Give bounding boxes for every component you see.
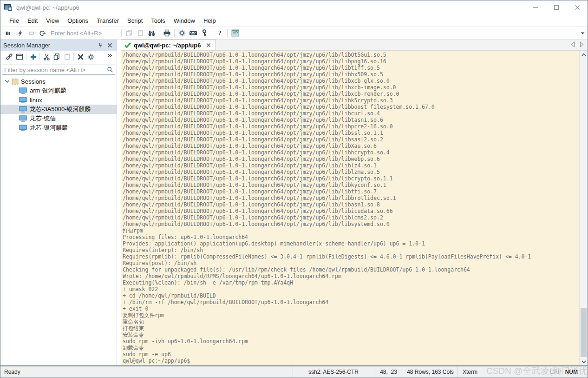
panel-splitter[interactable] [117,40,121,365]
terminal-line: /home/qwl/rpmbuild/BUILDROOT/up6-1.0-1.l… [123,221,579,227]
toolbar-options-caret-icon[interactable] [581,32,585,35]
new-session-plus-icon[interactable] [28,52,38,61]
session-filter-input[interactable] [2,66,105,73]
copy-session-icon[interactable] [52,52,62,61]
session-manager-panel: Session Manager [0,40,117,365]
reconnect-icon[interactable] [26,28,37,38]
status-cursor-position: 48, 23 [374,366,403,378]
tab-close-icon[interactable] [205,42,212,48]
menu-item[interactable]: Transfer [92,16,123,26]
terminal-line: Provides: application() application(up6.… [123,240,579,247]
terminal-line: sudo rpm -e up6 [123,351,579,358]
terminal-line: /home/qwl/rpmbuild/BUILDROOT/up6-1.0-1.l… [123,201,579,208]
host-input[interactable] [50,29,119,37]
main-area: Session Manager [0,40,588,365]
session-toolbar-separator [39,53,40,60]
connect-icon[interactable] [4,52,14,61]
close-button[interactable] [567,0,588,14]
minimize-button[interactable] [525,0,546,14]
more-chevrons-icon[interactable] [105,51,115,60]
new-window-icon[interactable] [14,52,25,61]
terminal-line: Requires(post): /bin/sh [123,260,579,266]
terminal-line: Executing(%clean): /bin/sh -e /var/tmp/r… [123,279,579,286]
terminal-line: /home/qwl/rpmbuild/BUILDROOT/up6-1.0-1.l… [123,65,579,71]
terminal-scrollbar[interactable] [579,51,588,365]
connected-check-icon [124,42,131,48]
terminal-line: /home/qwl/rpmbuild/BUILDROOT/up6-1.0-1.l… [123,149,579,156]
new-session-icon[interactable] [3,28,14,38]
terminal-output[interactable]: /home/qwl/rpmbuild/BUILDROOT/up6-1.0-1.l… [121,51,579,365]
monitor-icon [19,115,27,122]
session-item[interactable]: arm-银河麒麟 [0,86,117,95]
terminal-line: /home/qwl/rpmbuild/BUILDROOT/up6-1.0-1.l… [123,58,579,65]
terminal-line: + cd /home/qwl/rpmbuild/BUILD [123,292,579,299]
terminal-line: /home/qwl/rpmbuild/BUILDROOT/up6-1.0-1.l… [123,169,579,175]
session-list: arm-银河麒麟 linux [0,86,117,133]
quick-connect-icon[interactable] [14,28,26,38]
app-icon [4,4,13,11]
terminal-line: 复制打包文件rpm [123,312,579,318]
session-tree-root[interactable]: Sessions [0,77,117,86]
session-manager-pane-icon[interactable] [229,28,241,38]
status-ready: Ready [0,366,293,378]
session-item[interactable]: 龙芯-3A5000-银河麒麟 [0,105,117,114]
monitor-icon [19,87,27,94]
svg-text:?: ? [218,29,221,37]
terminal-line: /home/qwl/rpmbuild/BUILDROOT/up6-1.0-1.l… [123,91,579,97]
terminal-line: /home/qwl/rpmbuild/BUILDROOT/up6-1.0-1.l… [123,52,579,58]
cut-icon[interactable] [41,52,52,61]
chevron-down-icon[interactable] [3,80,11,84]
terminal-line: 重命名包 [123,318,579,325]
menu-item[interactable]: Options [63,16,92,26]
panel-close-icon[interactable] [105,41,114,49]
keyboard-icon[interactable] [188,28,199,38]
caps-lock-indicator: CAP [550,369,562,375]
status-lock-indicators: CAP NUM [547,366,588,378]
scroll-up-icon[interactable] [580,51,588,58]
paste-session-icon[interactable] [62,52,72,61]
menu-item[interactable]: File [5,16,23,26]
menu-item[interactable]: Edit [23,16,42,26]
key-icon[interactable] [199,28,210,38]
session-properties-gear-icon[interactable] [85,52,96,61]
tab-scroll-left-icon[interactable] [571,41,575,47]
session-tab[interactable]: qwl@qwl-pc: ~/app/up6 [121,40,216,50]
print-icon[interactable] [161,28,172,38]
menu-item[interactable]: Script [123,16,147,26]
options-gear-icon[interactable] [176,28,188,38]
help-icon[interactable]: ? [214,28,225,38]
menu-item[interactable]: View [42,16,63,26]
search-icon[interactable] [105,66,115,73]
terminal-line: /home/qwl/rpmbuild/BUILDROOT/up6-1.0-1.l… [123,214,579,221]
session-item[interactable]: 龙芯-银河麒麟 [0,123,117,133]
scrollbar-thumb[interactable] [581,308,587,357]
tab-scroll-right-icon[interactable] [580,41,584,47]
paste-icon[interactable] [135,28,146,38]
menu-item[interactable]: Window [170,16,199,26]
pin-icon[interactable] [96,41,105,49]
terminal-line: /home/qwl/rpmbuild/BUILDROOT/up6-1.0-1.l… [123,71,579,78]
terminal-line: + exit 0 [123,305,579,312]
copy-icon[interactable] [124,28,135,38]
session-label: 龙芯-3A5000-银河麒麟 [30,105,91,113]
session-toolbar-separator [26,53,26,60]
disconnect-icon[interactable] [37,28,48,38]
session-item[interactable]: linux [0,95,117,105]
monitor-icon [19,97,27,104]
session-label: linux [30,97,42,104]
find-icon[interactable] [146,28,157,38]
terminal-line: Wrote: /home/qwl/rpmbuild/RPMS/loongarch… [123,273,579,279]
window-title: qwl@qwl-pc: ~/app/up6 [16,4,79,11]
menu-item[interactable]: Help [199,16,220,26]
menu-item[interactable]: Tools [147,16,169,26]
scroll-down-icon[interactable] [580,358,588,365]
maximize-button[interactable] [546,0,567,14]
status-terminal-type: Xterm [457,366,547,378]
session-item[interactable]: 龙芯-统信 [0,114,117,123]
delete-session-icon[interactable] [75,52,85,61]
terminal-line: 卸载命令 [123,345,579,351]
toolbar-separator [174,29,175,37]
terminal-line: /home/qwl/rpmbuild/BUILDROOT/up6-1.0-1.l… [123,175,579,182]
terminal-line: 打包结束 [123,325,579,332]
panel-title: Session Manager [3,42,50,49]
